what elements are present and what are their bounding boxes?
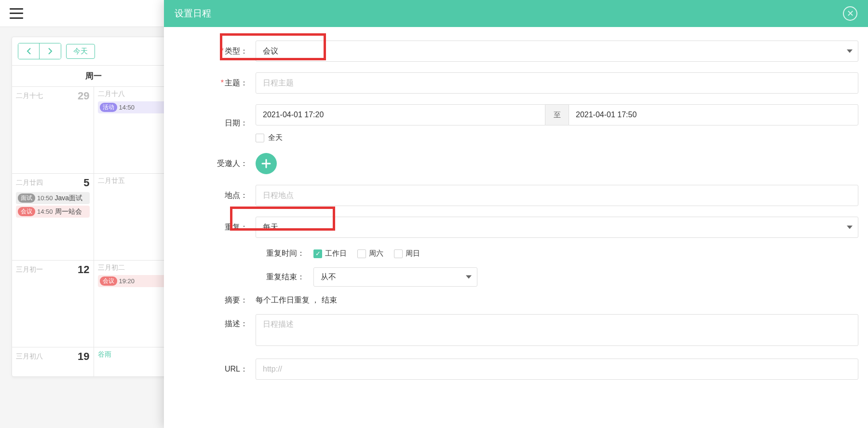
today-button[interactable]: 今天 (66, 44, 95, 59)
calendar-cell[interactable]: 三月初二会议19:20 (94, 261, 176, 347)
calendar-event[interactable]: 活动14:50 (98, 101, 172, 113)
subject-input[interactable] (256, 72, 858, 94)
event-tag: 面试 (18, 193, 35, 203)
calendar-cell[interactable]: 二月十八活动14:50 (94, 87, 176, 173)
date-label: 日期： (212, 118, 256, 128)
location-input[interactable] (256, 185, 858, 206)
event-tag: 活动 (100, 103, 117, 112)
repeat-end-label: 重复结束： (256, 272, 313, 282)
day-number: 19 (78, 350, 89, 363)
close-button[interactable]: ✕ (843, 6, 857, 21)
date-start-input[interactable] (256, 104, 545, 125)
sunday-label: 周日 (406, 249, 420, 258)
subject-label: *主题： (212, 78, 256, 88)
lunar-date: 二月廿五 (98, 177, 125, 185)
summary-label: 摘要： (212, 295, 256, 305)
event-time: 14:50 (119, 104, 135, 111)
modal-title: 设置日程 (175, 7, 211, 20)
saturday-label: 周六 (369, 249, 383, 258)
lunar-date: 三月初八 (16, 352, 43, 361)
repeat-label: 重复： (212, 222, 256, 233)
url-input[interactable] (256, 359, 858, 380)
url-label: URL： (212, 364, 256, 374)
allday-checkbox[interactable] (256, 134, 264, 142)
calendar-event[interactable]: 面试10:50Java面试 (16, 192, 90, 204)
allday-label: 全天 (268, 133, 283, 142)
location-label: 地点： (212, 191, 256, 201)
event-time: 19:20 (119, 277, 135, 285)
schedule-modal: 设置日程 ✕ *类型： *主题： 日期： 至 (164, 0, 868, 428)
date-separator: 至 (545, 104, 569, 125)
solar-term: 谷雨 (98, 350, 111, 359)
lunar-date: 二月廿四 (16, 179, 43, 187)
desc-textarea[interactable] (256, 314, 858, 346)
lunar-date: 三月初一 (16, 265, 43, 274)
repeat-time-label: 重复时间： (256, 249, 313, 259)
event-title: 周一站会 (55, 207, 82, 216)
calendar-event[interactable]: 会议14:50周一站会 (16, 206, 90, 218)
event-time: 14:50 (37, 208, 53, 215)
next-button[interactable] (40, 43, 61, 59)
desc-label: 描述： (212, 314, 256, 329)
calendar-cell[interactable]: 三月初八19 (12, 347, 94, 376)
day-number: 12 (78, 263, 89, 276)
calendar-weekday-header: 周一 (12, 65, 175, 87)
saturday-checkbox[interactable] (357, 249, 366, 258)
day-number: 5 (83, 177, 89, 189)
calendar-cell[interactable]: 三月初一12 (12, 261, 94, 347)
calendar-event[interactable]: 会议19:20 (98, 275, 172, 287)
lunar-date: 二月十八 (98, 90, 125, 98)
calendar-cell[interactable]: 二月廿四5面试10:50Java面试会议14:50周一站会 (12, 174, 94, 260)
event-tag: 会议 (100, 276, 117, 286)
repeat-end-select[interactable] (313, 267, 477, 287)
calendar-cell[interactable]: 二月十七29 (12, 87, 94, 173)
date-end-input[interactable] (569, 104, 858, 125)
prev-button[interactable] (18, 43, 40, 59)
add-invitee-button[interactable] (256, 153, 277, 174)
lunar-date: 三月初二 (98, 263, 125, 272)
sunday-checkbox[interactable] (394, 249, 403, 258)
calendar-panel: 今天 周一 二月十七29二月十八活动14:50二月廿四5面试10:50Java面… (12, 37, 176, 377)
hamburger-menu[interactable] (10, 8, 23, 19)
lunar-date: 二月十七 (16, 92, 43, 100)
workday-checkbox[interactable]: ✓ (313, 249, 322, 258)
workday-label: 工作日 (325, 249, 347, 258)
event-title: Java面试 (55, 194, 83, 203)
repeat-select[interactable] (256, 217, 858, 238)
day-number: 29 (78, 90, 89, 102)
event-time: 10:50 (37, 194, 53, 202)
invitee-label: 受邀人： (212, 159, 256, 169)
calendar-cell[interactable]: 二月廿五 (94, 174, 176, 260)
summary-text: 每个工作日重复 ， 结束 (256, 295, 337, 305)
type-label: *类型： (212, 46, 256, 56)
type-select[interactable] (256, 41, 858, 62)
event-tag: 会议 (18, 207, 35, 216)
calendar-cell[interactable]: 谷雨 (94, 347, 176, 376)
